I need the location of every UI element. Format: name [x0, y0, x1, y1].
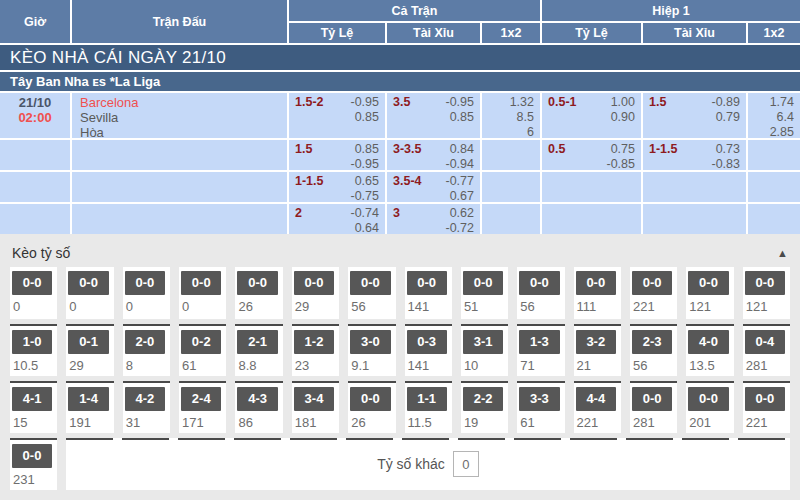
team-name[interactable]: Sevilla	[80, 110, 287, 125]
ft-handicap-cell[interactable]: 1-1.50.65-0.75	[289, 172, 385, 202]
score-cell[interactable]: 3-221	[574, 324, 621, 376]
score-box[interactable]: 2-3	[632, 330, 672, 354]
ft-overunder-cell[interactable]: 30.62-0.72	[387, 204, 480, 234]
score-cell[interactable]: 2-08	[123, 324, 170, 376]
score-cell[interactable]: 0-029	[292, 267, 339, 319]
other-score-input[interactable]	[453, 451, 479, 477]
score-cell[interactable]: 0-0141	[405, 267, 452, 319]
score-cell[interactable]: 0-0201	[686, 381, 733, 433]
score-box[interactable]: 0-0	[463, 271, 503, 295]
score-cell[interactable]: 0-056	[348, 267, 395, 319]
h1-handicap-cell[interactable]: 0.5-11.000.90	[542, 93, 641, 138]
score-box[interactable]: 0-0	[350, 271, 390, 295]
score-box[interactable]: 1-0	[12, 330, 52, 354]
score-cell[interactable]: 2-18.8	[235, 324, 282, 376]
score-cell[interactable]: 1-371	[517, 324, 564, 376]
score-cell[interactable]: 0-0221	[630, 267, 677, 319]
score-cell[interactable]: 1-010.5	[10, 324, 57, 376]
score-cell[interactable]: 0-026	[235, 267, 282, 319]
score-box[interactable]: 0-0	[68, 271, 108, 295]
score-cell[interactable]: 4-386	[235, 381, 282, 433]
score-box[interactable]: 4-1	[12, 387, 52, 411]
score-cell[interactable]: 0-00	[10, 267, 57, 319]
score-box[interactable]: 3-4	[294, 387, 334, 411]
score-box[interactable]: 3-1	[463, 330, 503, 354]
h1-1x2-cell[interactable]: 1.746.42.85	[748, 93, 800, 138]
score-box[interactable]: 0-0	[294, 271, 334, 295]
score-box[interactable]: 0-0	[576, 271, 616, 295]
score-cell[interactable]: 3-361	[517, 381, 564, 433]
ft-handicap-cell[interactable]: 2-0.740.64	[289, 204, 385, 234]
score-box[interactable]: 0-0	[632, 387, 672, 411]
score-box[interactable]: 0-0	[688, 387, 728, 411]
score-cell[interactable]: 4-115	[10, 381, 57, 433]
score-box[interactable]: 0-0	[350, 387, 390, 411]
score-cell[interactable]: 4-013.5	[686, 324, 733, 376]
score-box[interactable]: 0-0	[519, 271, 559, 295]
score-cell[interactable]: 0-0121	[686, 267, 733, 319]
score-box[interactable]: 1-3	[519, 330, 559, 354]
score-box[interactable]: 0-3	[407, 330, 447, 354]
score-box[interactable]: 3-2	[576, 330, 616, 354]
score-cell[interactable]: 0-0221	[743, 381, 790, 433]
score-box[interactable]: 1-4	[68, 387, 108, 411]
score-cell[interactable]: 0-0111	[574, 267, 621, 319]
score-cell[interactable]: 0-4281	[743, 324, 790, 376]
score-box[interactable]: 0-0	[12, 444, 52, 468]
score-cell[interactable]: 1-223	[292, 324, 339, 376]
score-box[interactable]: 3-3	[519, 387, 559, 411]
score-cell[interactable]: 1-4191	[66, 381, 113, 433]
score-box[interactable]: 3-0	[350, 330, 390, 354]
score-cell[interactable]: 0-056	[517, 267, 564, 319]
collapse-arrow-icon[interactable]: ▲	[777, 247, 788, 259]
score-box[interactable]: 1-1	[407, 387, 447, 411]
score-cell[interactable]: 0-0121	[743, 267, 790, 319]
ft-1x2-cell[interactable]: 1.328.56	[482, 93, 540, 138]
score-box[interactable]: 2-2	[463, 387, 503, 411]
score-cell[interactable]: 0-00	[179, 267, 226, 319]
score-cell[interactable]: 0-00	[66, 267, 113, 319]
score-cell[interactable]: 0-0 231	[10, 438, 57, 490]
score-cell[interactable]: 4-4221	[574, 381, 621, 433]
score-cell[interactable]: 0-026	[348, 381, 395, 433]
score-cell[interactable]: 0-261	[179, 324, 226, 376]
score-cell[interactable]: 3-4181	[292, 381, 339, 433]
score-box[interactable]: 0-0	[12, 271, 52, 295]
h1-overunder-cell[interactable]: 1.5-0.890.79	[643, 93, 746, 138]
score-box[interactable]: 0-4	[745, 330, 785, 354]
score-cell[interactable]: 3-110	[461, 324, 508, 376]
score-box[interactable]: 4-2	[125, 387, 165, 411]
score-cell[interactable]: 0-00	[123, 267, 170, 319]
score-cell[interactable]: 1-111.5	[405, 381, 452, 433]
score-cell[interactable]: 2-4171	[179, 381, 226, 433]
score-cell[interactable]: 0-051	[461, 267, 508, 319]
score-cell[interactable]: 2-356	[630, 324, 677, 376]
score-box[interactable]: 0-0	[688, 271, 728, 295]
score-cell[interactable]: 0-129	[66, 324, 113, 376]
score-box[interactable]: 0-1	[68, 330, 108, 354]
score-box[interactable]: 0-2	[181, 330, 221, 354]
score-box[interactable]: 0-0	[181, 271, 221, 295]
ft-overunder-cell[interactable]: 3.5-4-0.770.67	[387, 172, 480, 202]
h1-overunder-cell[interactable]: 1-1.50.73-0.83	[643, 140, 746, 170]
ft-handicap-cell[interactable]: 1.5-2-0.950.85	[289, 93, 385, 138]
score-cell[interactable]: 2-219	[461, 381, 508, 433]
score-box[interactable]: 1-2	[294, 330, 334, 354]
score-box[interactable]: 0-0	[632, 271, 672, 295]
score-box[interactable]: 0-0	[407, 271, 447, 295]
score-cell[interactable]: 4-231	[123, 381, 170, 433]
ft-overunder-cell[interactable]: 3.5-0.950.85	[387, 93, 480, 138]
score-box[interactable]: 0-0	[237, 271, 277, 295]
score-box[interactable]: 2-4	[181, 387, 221, 411]
ft-handicap-cell[interactable]: 1.50.85-0.95	[289, 140, 385, 170]
score-cell[interactable]: 0-0281	[630, 381, 677, 433]
ft-overunder-cell[interactable]: 3-3.50.84-0.94	[387, 140, 480, 170]
team-name[interactable]: Barcelona	[80, 95, 287, 110]
score-box[interactable]: 4-0	[688, 330, 728, 354]
h1-handicap-cell[interactable]: 0.50.75-0.85	[542, 140, 641, 170]
score-box[interactable]: 4-3	[237, 387, 277, 411]
score-box[interactable]: 0-0	[125, 271, 165, 295]
score-box[interactable]: 0-0	[745, 271, 785, 295]
score-box[interactable]: 4-4	[576, 387, 616, 411]
score-cell[interactable]: 0-3141	[405, 324, 452, 376]
